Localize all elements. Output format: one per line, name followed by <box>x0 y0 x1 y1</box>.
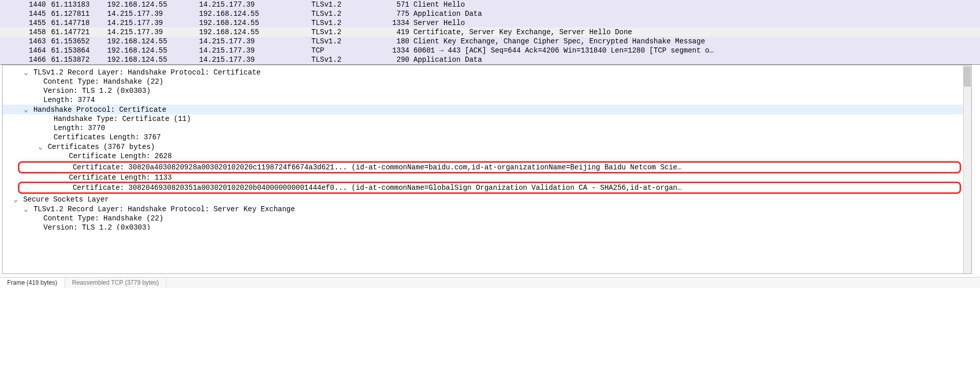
col-no: 1445 <box>15 10 51 18</box>
highlight-box-cert2: › Certificate: 3082046930820351a00302010… <box>18 182 961 194</box>
tree-tls-record-layer-2[interactable]: ⌄ TLSv1.2 Record Layer: Handshake Protoc… <box>3 204 971 214</box>
tree-cert2[interactable]: › Certificate: 3082046930820351a00302010… <box>70 183 960 192</box>
tree-cert1-length[interactable]: Certificate Length: 2628 <box>3 152 971 161</box>
col-length: 290 <box>383 56 413 64</box>
packet-row[interactable]: 145861.14772114.215.177.39192.168.124.55… <box>0 28 980 37</box>
col-length: 419 <box>383 28 413 36</box>
text-record-layer: TLSv1.2 Record Layer: Handshake Protocol… <box>33 68 260 77</box>
col-time: 61.127811 <box>51 10 107 18</box>
col-time: 61.113183 <box>51 1 107 9</box>
col-protocol: TLSv1.2 <box>311 37 383 45</box>
scrollbar-track[interactable] <box>963 65 971 273</box>
caret-open-icon[interactable]: ⌄ <box>37 142 43 151</box>
bytes-pane-tabs: Frame (419 bytes) Reassembled TCP (3779 … <box>0 277 980 288</box>
tree-version-2[interactable]: Version: TLS 1.2 (0x0303) <box>3 223 971 230</box>
col-info: Certificate, Server Key Exchange, Server… <box>413 28 980 36</box>
packet-list[interactable]: 144061.113183192.168.124.5514.215.177.39… <box>0 0 980 65</box>
packet-row[interactable]: 144561.12781114.215.177.39192.168.124.55… <box>0 9 980 18</box>
packet-row[interactable]: 146461.153864192.168.124.5514.215.177.39… <box>0 46 980 55</box>
col-no: 1455 <box>15 19 51 27</box>
tree-certs-length[interactable]: Certificates Length: 3767 <box>3 133 971 142</box>
tree-content-type-2[interactable]: Content Type: Handshake (22) <box>3 214 971 223</box>
col-no: 1458 <box>15 28 51 36</box>
packet-row[interactable]: 145561.14771814.215.177.39192.168.124.55… <box>0 18 980 28</box>
col-no: 1463 <box>15 37 51 45</box>
col-time: 61.153652 <box>51 37 107 45</box>
col-info: Server Hello <box>413 19 980 27</box>
text-handshake-proto: Handshake Protocol: Certificate <box>33 106 166 114</box>
col-length: 180 <box>383 37 413 45</box>
col-info: Client Key Exchange, Change Cipher Spec,… <box>413 37 980 45</box>
col-length: 1334 <box>383 19 413 27</box>
col-source: 192.168.124.55 <box>107 46 199 55</box>
tree-content-type[interactable]: Content Type: Handshake (22) <box>3 77 971 86</box>
col-no: 1440 <box>15 1 51 9</box>
col-time: 61.153872 <box>51 56 107 64</box>
col-info: Application Data <box>413 56 980 64</box>
col-destination: 192.168.124.55 <box>199 28 311 36</box>
caret-open-icon[interactable]: ⌄ <box>23 105 29 114</box>
col-protocol: TLSv1.2 <box>311 1 383 9</box>
text-cert2: Certificate: 3082046930820351a0030201020… <box>72 184 681 192</box>
packet-details-pane[interactable]: ⌄ TLSv1.2 Record Layer: Handshake Protoc… <box>2 65 972 274</box>
col-source: 14.215.177.39 <box>107 19 199 27</box>
packet-row[interactable]: 146661.153872192.168.124.5514.215.177.39… <box>0 55 980 64</box>
col-protocol: TCP <box>311 46 383 55</box>
text-cert1: Certificate: 30820a4030820928a0030201020… <box>72 163 681 171</box>
tree-hs-length[interactable]: Length: 3770 <box>3 123 971 133</box>
scrollbar-thumb[interactable] <box>964 66 971 87</box>
col-time: 61.147718 <box>51 19 107 27</box>
tree-ssl[interactable]: ⌄ Secure Sockets Layer <box>3 194 971 204</box>
tree-length[interactable]: Length: 3774 <box>3 95 971 105</box>
col-time: 61.153864 <box>51 46 107 55</box>
col-destination: 14.215.177.39 <box>199 1 311 9</box>
tree-tls-record-layer[interactable]: ⌄ TLSv1.2 Record Layer: Handshake Protoc… <box>3 67 971 77</box>
tree-certificates[interactable]: ⌄ Certificates (3767 bytes) <box>2 142 971 152</box>
col-length: 775 <box>383 10 413 18</box>
col-protocol: TLSv1.2 <box>311 10 383 18</box>
col-source: 192.168.124.55 <box>107 56 199 64</box>
col-info: Client Hello <box>413 1 980 9</box>
tree-cert2-length[interactable]: Certificate Length: 1133 <box>3 173 971 182</box>
col-length: 1334 <box>383 46 413 55</box>
caret-open-icon[interactable]: ⌄ <box>23 68 29 77</box>
packet-row[interactable]: 144061.113183192.168.124.5514.215.177.39… <box>0 0 980 9</box>
caret-open-icon[interactable]: ⌄ <box>13 195 19 204</box>
col-destination: 14.215.177.39 <box>199 56 311 64</box>
col-destination: 14.215.177.39 <box>199 37 311 45</box>
tree-handshake-type[interactable]: Handshake Type: Certificate (11) <box>3 114 971 123</box>
col-source: 192.168.124.55 <box>107 37 199 45</box>
col-info: 60601 → 443 [ACK] Seq=644 Ack=4206 Win=1… <box>413 46 980 55</box>
tab-frame[interactable]: Frame (419 bytes) <box>0 278 65 288</box>
packet-row[interactable]: 146361.153652192.168.124.5514.215.177.39… <box>0 37 980 46</box>
col-destination: 192.168.124.55 <box>199 19 311 27</box>
col-source: 14.215.177.39 <box>107 28 199 36</box>
text-ssl: Secure Sockets Layer <box>23 195 109 204</box>
col-protocol: TLSv1.2 <box>311 28 383 36</box>
col-destination: 192.168.124.55 <box>199 10 311 18</box>
caret-open-icon[interactable]: ⌄ <box>23 205 29 213</box>
col-time: 61.147721 <box>51 28 107 36</box>
col-length: 571 <box>383 1 413 9</box>
col-source: 14.215.177.39 <box>107 10 199 18</box>
tree-cert1[interactable]: › Certificate: 30820a4030820928a00302010… <box>70 163 960 172</box>
col-destination: 14.215.177.39 <box>199 46 311 55</box>
highlight-box-cert1: › Certificate: 30820a4030820928a00302010… <box>18 161 961 173</box>
col-no: 1464 <box>15 46 51 55</box>
col-no: 1466 <box>15 56 51 64</box>
tree-version[interactable]: Version: TLS 1.2 (0x0303) <box>3 86 971 95</box>
text-certs-node: Certificates (3767 bytes) <box>47 143 155 151</box>
col-protocol: TLSv1.2 <box>311 56 383 64</box>
tab-reassembled-tcp[interactable]: Reassembled TCP (3779 bytes) <box>65 278 166 288</box>
tree-handshake-protocol[interactable]: ⌄ Handshake Protocol: Certificate <box>2 105 971 114</box>
col-protocol: TLSv1.2 <box>311 19 383 27</box>
col-info: Application Data <box>413 10 980 18</box>
col-source: 192.168.124.55 <box>107 1 199 9</box>
text-record-layer2: TLSv1.2 Record Layer: Handshake Protocol… <box>33 205 295 213</box>
